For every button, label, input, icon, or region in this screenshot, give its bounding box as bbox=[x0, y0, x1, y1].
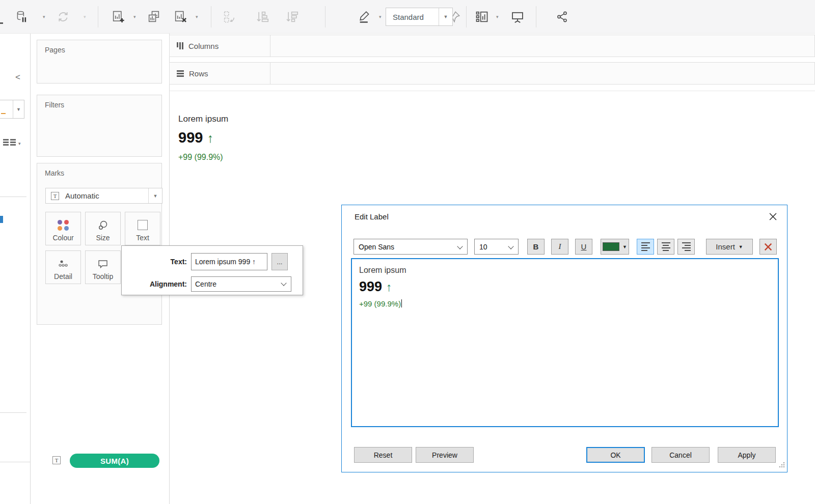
align-center-button[interactable] bbox=[657, 239, 674, 255]
insert-button[interactable]: Insert ▼ bbox=[706, 239, 753, 255]
filters-card[interactable]: Filters bbox=[37, 95, 162, 157]
detail-icon bbox=[57, 257, 70, 270]
alignment-select[interactable]: Centre bbox=[191, 276, 291, 292]
new-worksheet-icon[interactable] bbox=[110, 9, 126, 25]
apply-button[interactable]: Apply bbox=[718, 447, 776, 463]
text-button[interactable]: Text bbox=[125, 212, 160, 245]
toolbar-separator bbox=[325, 6, 325, 27]
tooltip-button[interactable]: Tooltip bbox=[85, 250, 121, 284]
data-source-select[interactable]: ▼ bbox=[0, 100, 24, 119]
chevron-down-icon[interactable]: ▼ bbox=[13, 100, 24, 118]
editor-value-number: 999 bbox=[359, 279, 382, 294]
new-worksheet-caret-icon[interactable]: ▾ bbox=[133, 14, 136, 19]
more-options-button[interactable]: ... bbox=[271, 253, 288, 270]
highlight-icon[interactable] bbox=[357, 9, 373, 25]
colour-icon bbox=[58, 218, 69, 232]
view-data-caret-icon[interactable]: ▾ bbox=[18, 141, 21, 146]
chevron-down-icon bbox=[508, 243, 513, 249]
italic-button[interactable]: I bbox=[551, 239, 568, 255]
size-button-label: Size bbox=[96, 234, 110, 242]
size-button[interactable]: Size bbox=[85, 212, 121, 245]
mark-type-value: Automatic bbox=[65, 191, 99, 200]
up-arrow-icon: ↑ bbox=[207, 131, 213, 145]
clear-sheet-caret-icon[interactable]: ▾ bbox=[196, 14, 198, 19]
text-field[interactable]: Lorem ipsum 999 ↑ bbox=[191, 253, 267, 270]
up-arrow-icon: ↑ bbox=[386, 281, 392, 294]
resize-grip[interactable] bbox=[778, 461, 785, 470]
pill-text-icon: T bbox=[52, 456, 61, 464]
text-icon bbox=[138, 218, 148, 232]
chevron-down-icon bbox=[457, 243, 463, 249]
preview-button[interactable]: Preview bbox=[416, 447, 474, 463]
align-left-button[interactable] bbox=[637, 239, 654, 255]
editor-delta-text: +99 (99.9%) bbox=[359, 299, 401, 308]
share-icon[interactable] bbox=[554, 9, 570, 25]
cropped-icon bbox=[0, 22, 3, 24]
clear-sheet-icon[interactable] bbox=[172, 9, 188, 25]
insert-button-label: Insert bbox=[716, 242, 735, 251]
clear-format-button[interactable] bbox=[759, 239, 777, 255]
filters-card-title: Filters bbox=[45, 101, 64, 109]
data-source-pause-icon[interactable] bbox=[13, 9, 30, 25]
pages-card[interactable]: Pages bbox=[37, 40, 162, 83]
alignment-value: Centre bbox=[195, 280, 216, 288]
show-cards-icon[interactable] bbox=[474, 9, 490, 25]
font-color-button[interactable]: ▼ bbox=[601, 239, 629, 255]
red-x-icon bbox=[764, 243, 772, 251]
rows-icon bbox=[177, 70, 184, 77]
bold-button[interactable]: B bbox=[527, 239, 545, 255]
chevron-down-icon: ▼ bbox=[622, 244, 627, 249]
ok-button[interactable]: OK bbox=[586, 447, 645, 463]
data-source-caret-icon[interactable]: ▾ bbox=[43, 14, 45, 19]
underline-button[interactable]: U bbox=[575, 239, 592, 255]
mark-type-select[interactable]: T Automatic ▼ bbox=[45, 188, 162, 204]
text-field-label: Text: bbox=[122, 258, 187, 266]
cancel-button[interactable]: Cancel bbox=[651, 447, 710, 463]
collapse-pane-chevron[interactable]: < bbox=[15, 72, 20, 82]
highlight-caret-icon[interactable]: ▾ bbox=[379, 14, 382, 19]
color-swatch bbox=[603, 242, 619, 251]
chevron-down-icon[interactable]: ▼ bbox=[439, 8, 452, 25]
field-icon bbox=[0, 216, 3, 223]
text-cursor bbox=[401, 299, 402, 307]
size-icon bbox=[97, 218, 109, 232]
detail-button[interactable]: Detail bbox=[45, 250, 81, 284]
view-kpi-value: 999↑ bbox=[178, 129, 213, 146]
swap-rows-columns-icon[interactable] bbox=[221, 9, 237, 25]
view-data-icon[interactable] bbox=[3, 139, 16, 146]
colour-button-label: Colour bbox=[52, 234, 73, 242]
text-mark-icon: T bbox=[51, 192, 59, 200]
close-icon[interactable] bbox=[768, 211, 778, 221]
main-toolbar: ▾ ▾ ▾ ▾ bbox=[0, 0, 815, 34]
reset-button[interactable]: Reset bbox=[354, 447, 412, 463]
editor-line-delta: +99 (99.9%) bbox=[359, 299, 771, 308]
font-family-select[interactable]: Open Sans bbox=[354, 239, 468, 255]
sum-a-pill[interactable]: SUM(A) bbox=[70, 454, 159, 468]
sheet-border bbox=[170, 91, 815, 91]
alignment-label: Alignment: bbox=[122, 280, 187, 288]
marks-card-title: Marks bbox=[45, 169, 64, 177]
chevron-down-icon bbox=[281, 280, 286, 286]
duplicate-sheet-icon[interactable] bbox=[146, 9, 162, 25]
refresh-icon[interactable] bbox=[55, 9, 71, 25]
columns-shelf-label: Columns bbox=[188, 42, 219, 50]
sort-ascending-icon[interactable] bbox=[254, 9, 270, 25]
columns-shelf[interactable]: Columns bbox=[169, 35, 815, 57]
detail-button-label: Detail bbox=[54, 272, 72, 281]
show-cards-caret-icon[interactable]: ▾ bbox=[496, 14, 499, 19]
rows-shelf[interactable]: Rows bbox=[169, 62, 815, 85]
align-center-icon bbox=[662, 242, 670, 251]
columns-icon bbox=[177, 42, 183, 49]
dialog-title: Edit Label bbox=[355, 212, 389, 221]
sort-descending-icon[interactable] bbox=[283, 9, 300, 25]
columns-shelf-header: Columns bbox=[170, 35, 270, 57]
align-right-icon bbox=[682, 242, 691, 251]
colour-button[interactable]: Colour bbox=[45, 212, 81, 245]
fit-mode-select[interactable]: Standard ▼ bbox=[386, 8, 453, 26]
chevron-down-icon[interactable]: ▼ bbox=[148, 188, 162, 203]
label-text-editor[interactable]: Lorem ipsum 999↑ +99 (99.9%) bbox=[351, 258, 779, 427]
align-right-button[interactable] bbox=[677, 239, 695, 255]
font-size-select[interactable]: 10 bbox=[474, 239, 519, 255]
presentation-mode-icon[interactable] bbox=[509, 9, 526, 25]
rows-shelf-label: Rows bbox=[189, 69, 208, 78]
